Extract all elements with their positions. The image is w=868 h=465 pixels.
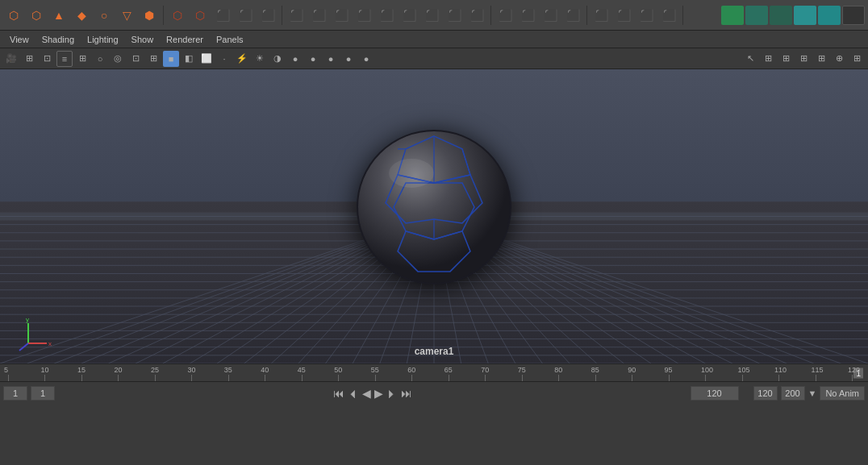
tick-label-10: 10: [40, 366, 48, 374]
sculpt-icon[interactable]: ⬛: [399, 5, 419, 26]
blend-icon[interactable]: ⬛: [331, 5, 352, 26]
tick-label-30: 30: [187, 366, 195, 374]
menu-panels[interactable]: Panels: [210, 33, 250, 46]
use-all-lights-icon[interactable]: ☀: [252, 51, 268, 67]
camera-sel-icon[interactable]: 🎥: [3, 51, 19, 67]
poly-cube-icon[interactable]: ⬡: [26, 5, 47, 26]
xray-icon[interactable]: ◎: [110, 51, 126, 67]
poly-plane-icon[interactable]: ▽: [116, 5, 137, 26]
range-start-input[interactable]: [753, 386, 778, 401]
menu-shading[interactable]: Shading: [35, 33, 81, 46]
nurbs-cone-icon[interactable]: ⬛: [235, 5, 256, 26]
isolate-icon[interactable]: ○: [92, 51, 108, 67]
tick-label-5: 5: [4, 366, 8, 374]
texture-mode-icon[interactable]: ⚡: [234, 51, 250, 67]
wireframe-icon[interactable]: ⊞: [145, 51, 161, 67]
tick-line-40: [265, 375, 265, 381]
scale-icon[interactable]: ⬛: [636, 5, 657, 26]
display-qual-4-icon[interactable]: ●: [340, 51, 357, 67]
range-end-input[interactable]: [781, 386, 805, 401]
snap-surface-icon[interactable]: ⊞: [813, 51, 829, 67]
render-settings-icon[interactable]: [770, 6, 792, 25]
tick-line-120: [852, 375, 853, 381]
fx-icon[interactable]: [842, 6, 865, 25]
jiggle-icon[interactable]: ⬛: [421, 5, 442, 26]
display-qual-1-icon[interactable]: ●: [287, 51, 303, 67]
poly-torus-icon[interactable]: ○: [94, 5, 115, 26]
resolution-icon[interactable]: ⊡: [39, 51, 55, 67]
tick-line-35: [228, 375, 229, 381]
select-tool-icon[interactable]: ↖: [742, 51, 758, 67]
snap-grid-icon[interactable]: ⊞: [760, 51, 776, 67]
go-end-btn[interactable]: ⏭: [401, 387, 412, 400]
timeline-ruler: 1 51015202530354045505560657075808590951…: [0, 364, 868, 381]
grid-icon[interactable]: ≡: [56, 51, 73, 67]
tick-line-110: [778, 375, 779, 381]
cluster-icon[interactable]: ⬛: [353, 5, 374, 26]
frame-start-input[interactable]: [31, 386, 55, 401]
display-qual-3-icon[interactable]: ●: [323, 51, 339, 67]
heads-up-icon[interactable]: ⊞: [74, 51, 90, 67]
poly-prism-icon[interactable]: ⬢: [139, 5, 160, 26]
poly-cylinder-icon[interactable]: ▲: [48, 5, 69, 26]
svg-text:x: x: [48, 340, 52, 347]
frame-current-input[interactable]: [3, 386, 27, 401]
menu-show[interactable]: Show: [125, 33, 161, 46]
tick-label-115: 115: [812, 366, 824, 374]
select-icon[interactable]: ⬛: [590, 5, 611, 26]
poly-sphere-icon[interactable]: ⬡: [3, 5, 24, 26]
tick-line-95: [669, 375, 670, 381]
bounding-box-icon[interactable]: ⬜: [198, 51, 215, 67]
hypershade-icon[interactable]: [794, 6, 816, 25]
poly-cone-icon[interactable]: ◆: [71, 5, 92, 26]
frame-end-input[interactable]: [691, 386, 739, 401]
no-anim-button[interactable]: No Anim: [820, 386, 865, 401]
move-icon[interactable]: ⬛: [613, 5, 634, 26]
wire-icon[interactable]: ⬛: [376, 5, 397, 26]
timeline[interactable]: 1 51015202530354045505560657075808590951…: [0, 363, 868, 381]
nurbs-plane-icon[interactable]: ⬛: [257, 5, 278, 26]
bottom-bar: ⏮ ⏴ ◀ ▶ ⏵ ⏭ ▼ No Anim: [0, 381, 868, 404]
wireframe-shaded-icon[interactable]: ⊡: [127, 51, 144, 67]
ik-icon[interactable]: ⬛: [540, 5, 561, 26]
pivot-icon[interactable]: ⊕: [831, 51, 847, 67]
menu-lighting[interactable]: Lighting: [81, 33, 125, 46]
filmgate-icon[interactable]: ⊞: [21, 51, 37, 67]
play-fwd-btn[interactable]: ▶: [374, 387, 383, 400]
rotate-icon[interactable]: ⬛: [658, 5, 679, 26]
joint-icon[interactable]: ⬛: [517, 5, 538, 26]
flat-shade-icon[interactable]: ◧: [181, 51, 197, 67]
axis-indicator: y x: [16, 315, 48, 347]
next-frame-btn[interactable]: ⏵: [386, 387, 398, 400]
nurbs-sphere-icon[interactable]: ⬡: [167, 5, 188, 26]
ipr-render-icon[interactable]: [745, 6, 768, 25]
display-qual-2-icon[interactable]: ●: [305, 51, 321, 67]
menu-renderer[interactable]: Renderer: [160, 33, 210, 46]
menu-bar: View Shading Lighting Show Renderer Pane…: [0, 31, 868, 48]
prev-frame-btn[interactable]: ⏴: [348, 387, 359, 400]
smooth-shade-icon[interactable]: ■: [163, 51, 179, 67]
lattice-icon[interactable]: ⬛: [308, 5, 329, 26]
points-icon[interactable]: ·: [216, 51, 232, 67]
snap-point-icon[interactable]: ⊞: [795, 51, 812, 67]
bind-icon[interactable]: ⬛: [562, 5, 583, 26]
keep-spacing-icon[interactable]: ⊞: [849, 51, 865, 67]
range-arrow-icon[interactable]: ▼: [808, 388, 817, 398]
play-back-btn[interactable]: ◀: [362, 387, 371, 400]
deformer-icon[interactable]: ⬛: [286, 5, 307, 26]
render-icon[interactable]: [721, 6, 744, 25]
tick-line-70: [485, 375, 486, 381]
nurbs-cylinder-icon[interactable]: ⬛: [212, 5, 233, 26]
menu-view[interactable]: View: [3, 33, 35, 46]
display-qual-5-icon[interactable]: ●: [358, 51, 374, 67]
render-view-icon[interactable]: [818, 6, 841, 25]
skeleton-icon[interactable]: ⬛: [495, 5, 515, 26]
snap-curve-icon[interactable]: ⊞: [778, 51, 794, 67]
viewport[interactable]: camera1 y x: [0, 69, 868, 363]
nonlinear-icon[interactable]: ⬛: [444, 5, 465, 26]
camera-label: camera1: [415, 346, 454, 357]
go-start-btn[interactable]: ⏮: [333, 387, 344, 400]
texture-icon[interactable]: ⬛: [466, 5, 487, 26]
shadows-icon[interactable]: ◑: [269, 51, 286, 67]
nurbs-cube-icon[interactable]: ⬡: [190, 5, 211, 26]
